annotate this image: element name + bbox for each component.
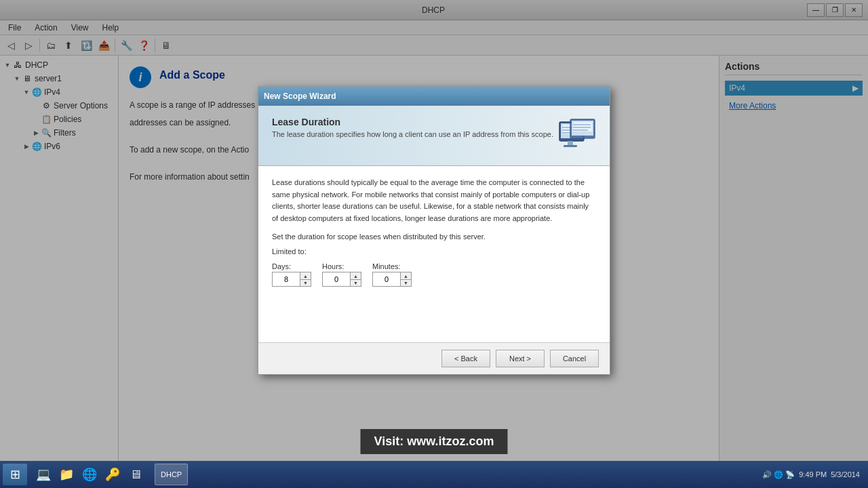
back-button[interactable]: < Back <box>441 350 490 367</box>
wizard-body-text: Lease durations should typically be equa… <box>272 177 596 224</box>
wizard-limited-to: Limited to: <box>272 247 596 256</box>
days-input[interactable] <box>272 272 300 287</box>
tray-icons: 🔊 🌐 📡 <box>762 470 795 479</box>
taskbar-icon-2[interactable]: 📁 <box>56 464 77 485</box>
taskbar-icon-3[interactable]: 🌐 <box>79 464 100 485</box>
taskbar-pinned: 💻 📁 🌐 🔑 🖥 <box>33 464 146 485</box>
taskbar-system-tray: 🔊 🌐 📡 9:49 PM 5/3/2014 <box>762 470 865 479</box>
wizard-content: Lease durations should typically be equa… <box>258 166 610 342</box>
hours-down-arrow[interactable]: ▼ <box>351 280 361 287</box>
hours-arrows: ▲ ▼ <box>351 272 361 287</box>
wizard-title: New Scope Wizard <box>264 92 336 101</box>
minutes-up-arrow[interactable]: ▲ <box>401 272 411 280</box>
next-button[interactable]: Next > <box>496 350 545 367</box>
hours-input[interactable] <box>322 272 351 287</box>
cancel-button[interactable]: Cancel <box>550 350 599 367</box>
wizard-body: Lease Duration The lease duration specif… <box>258 106 610 374</box>
watermark: Visit: www.itzoz.com <box>360 429 507 454</box>
hours-field-group: Hours: ▲ ▼ <box>322 262 361 287</box>
wizard-footer: < Back Next > Cancel <box>258 342 610 374</box>
minutes-down-arrow[interactable]: ▼ <box>401 280 411 287</box>
taskbar-icon-1[interactable]: 💻 <box>33 464 54 485</box>
wizard-title-bar: New Scope Wizard <box>258 87 610 106</box>
minutes-arrows: ▲ ▼ <box>401 272 412 287</box>
wizard-dialog: New Scope Wizard Lease Duration The leas… <box>258 86 610 375</box>
wizard-header: Lease Duration The lease duration specif… <box>258 106 610 166</box>
modal-overlay: New Scope Wizard Lease Duration The leas… <box>0 0 868 461</box>
taskbar-icon-5[interactable]: 🖥 <box>125 464 146 485</box>
wizard-header-icon-container <box>558 117 596 155</box>
hours-label: Hours: <box>322 262 344 270</box>
svg-rect-7 <box>564 145 577 147</box>
days-field-group: Days: ▲ ▼ <box>272 262 311 287</box>
wizard-header-svg <box>558 117 596 155</box>
taskbar-active-label: DHCP <box>161 470 182 479</box>
days-arrows: ▲ ▼ <box>300 272 311 287</box>
taskbar-time: 9:49 PM <box>799 470 827 479</box>
taskbar: ⊞ 💻 📁 🌐 🔑 🖥 DHCP 🔊 🌐 📡 9:49 PM 5/3/2014 <box>0 461 868 488</box>
minutes-label: Minutes: <box>372 262 401 270</box>
days-down-arrow[interactable]: ▼ <box>300 280 311 287</box>
svg-rect-6 <box>568 141 573 145</box>
days-up-arrow[interactable]: ▲ <box>300 272 311 280</box>
minutes-field-group: Minutes: ▲ ▼ <box>372 262 412 287</box>
days-label: Days: <box>272 262 291 270</box>
hours-up-arrow[interactable]: ▲ <box>351 272 361 280</box>
minutes-input[interactable] <box>372 272 401 287</box>
wizard-set-duration: Set the duration for scope leases when d… <box>272 232 596 241</box>
taskbar-active-dhcp[interactable]: DHCP <box>155 464 188 485</box>
wizard-fields: Days: ▲ ▼ Hours: <box>272 262 596 287</box>
taskbar-date: 5/3/2014 <box>831 470 860 479</box>
start-button[interactable]: ⊞ <box>3 464 27 485</box>
minutes-spinner[interactable]: ▲ ▼ <box>372 272 412 287</box>
hours-spinner[interactable]: ▲ ▼ <box>322 272 361 287</box>
wizard-header-text: Lease Duration The lease duration specif… <box>272 117 553 138</box>
wizard-header-subtitle: The lease duration specifies how long a … <box>272 130 553 138</box>
wizard-header-title: Lease Duration <box>272 117 553 127</box>
taskbar-icon-4[interactable]: 🔑 <box>102 464 123 485</box>
days-spinner[interactable]: ▲ ▼ <box>272 272 311 287</box>
